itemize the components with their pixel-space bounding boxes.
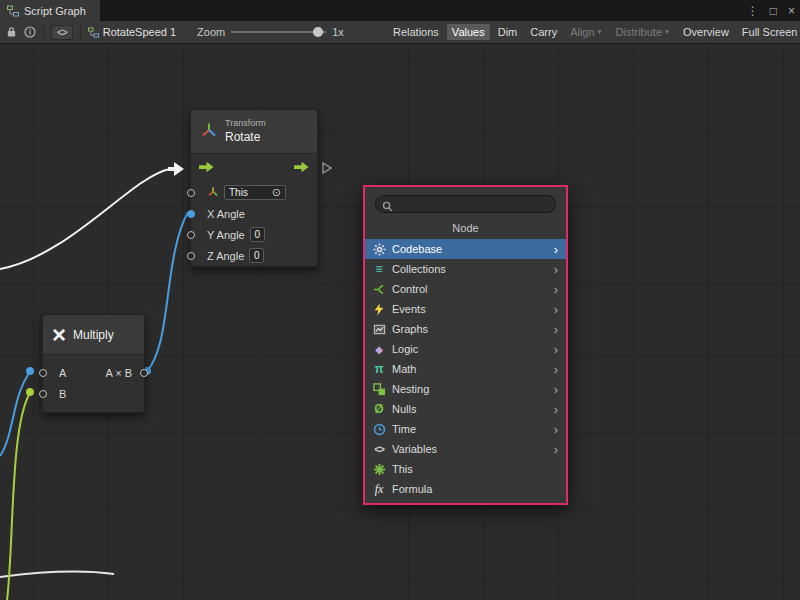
search-area bbox=[365, 187, 566, 218]
kebab-menu-icon[interactable]: ⋮ bbox=[747, 4, 759, 18]
node-name-label: Rotate bbox=[225, 130, 266, 145]
values-button[interactable]: Values bbox=[447, 24, 490, 40]
node-header[interactable]: × Multiply bbox=[43, 315, 144, 355]
finder-list: Codebase › ≡ Collections › Control › bbox=[365, 239, 566, 503]
multiply-icon: × bbox=[52, 325, 66, 345]
wire-endpoint bbox=[26, 367, 34, 375]
zoom-slider-knob[interactable] bbox=[313, 27, 323, 37]
b-label: B bbox=[59, 388, 66, 400]
zoom-label: Zoom bbox=[197, 26, 225, 38]
control-wire-arrow-icon bbox=[168, 162, 184, 176]
value-wire-multiply-to-xangle[interactable] bbox=[147, 212, 188, 371]
align-dropdown[interactable]: Align▼ bbox=[565, 24, 607, 40]
finder-item-math[interactable]: π Math › bbox=[365, 359, 566, 379]
zoom-slider-track[interactable] bbox=[231, 31, 326, 33]
graph-name: RotateSpeed 1 bbox=[103, 26, 176, 38]
tab-script-graph[interactable]: Script Graph bbox=[0, 0, 100, 21]
finder-item-control[interactable]: Control › bbox=[365, 279, 566, 299]
this-input-row: This ⊙ bbox=[191, 182, 317, 203]
y-angle-row: Y Angle 0 bbox=[191, 224, 317, 245]
diamond-icon: ◆ bbox=[371, 344, 387, 355]
value-wire-into-a[interactable] bbox=[0, 372, 30, 456]
flow-output-arrow-icon[interactable] bbox=[294, 161, 309, 175]
fullscreen-button[interactable]: Full Screen bbox=[737, 24, 800, 40]
carry-button[interactable]: Carry bbox=[525, 24, 562, 40]
z-angle-label: Z Angle bbox=[207, 250, 244, 262]
list-icon: ≡ bbox=[371, 262, 387, 276]
unity-visual-scripting-window: Script Graph ⋮ □ × <> bbox=[0, 0, 800, 600]
finder-item-logic[interactable]: ◆ Logic › bbox=[365, 339, 566, 359]
lightning-icon bbox=[371, 303, 387, 316]
a-port[interactable] bbox=[39, 369, 47, 377]
chevron-right-icon: › bbox=[554, 243, 561, 256]
control-wire[interactable] bbox=[0, 169, 170, 269]
dim-button[interactable]: Dim bbox=[493, 24, 523, 40]
node-name-label: Multiply bbox=[73, 328, 114, 342]
close-icon[interactable]: × bbox=[788, 4, 795, 18]
chevron-right-icon: › bbox=[554, 383, 561, 396]
chevron-right-icon: › bbox=[554, 423, 561, 436]
tab-label: Script Graph bbox=[24, 5, 86, 17]
null-icon: Ø bbox=[371, 402, 387, 416]
maximize-icon[interactable]: □ bbox=[770, 4, 777, 18]
code-view-button[interactable]: <> bbox=[51, 25, 73, 40]
chevron-right-icon: › bbox=[554, 443, 561, 456]
graph-box-icon bbox=[371, 323, 387, 336]
finder-item-events[interactable]: Events › bbox=[365, 299, 566, 319]
tab-bar: Script Graph ⋮ □ × bbox=[0, 0, 800, 21]
chevron-right-icon: › bbox=[554, 343, 561, 356]
toolbar-button-group: Relations Values Dim Carry Align▼ Distri… bbox=[388, 21, 800, 43]
result-port[interactable] bbox=[140, 369, 148, 377]
finder-item-time[interactable]: Time › bbox=[365, 419, 566, 439]
chevron-right-icon: › bbox=[554, 363, 561, 376]
x-angle-row: X Angle bbox=[191, 203, 317, 224]
this-object-field[interactable]: This ⊙ bbox=[224, 185, 286, 200]
finder-item-this[interactable]: This bbox=[365, 459, 566, 479]
chevron-down-icon: ▼ bbox=[597, 29, 603, 35]
finder-item-collections[interactable]: ≡ Collections › bbox=[365, 259, 566, 279]
transform-rotate-node[interactable]: Transform Rotate bbox=[190, 109, 318, 267]
flow-input-arrow-icon[interactable] bbox=[199, 161, 214, 175]
value-wire-into-b[interactable] bbox=[7, 393, 30, 600]
this-port[interactable] bbox=[187, 189, 195, 197]
chevron-right-icon: › bbox=[554, 303, 561, 316]
z-angle-value-field[interactable]: 0 bbox=[249, 248, 264, 263]
finder-header: Node bbox=[365, 218, 566, 239]
z-angle-port[interactable] bbox=[187, 252, 195, 260]
finder-item-variables[interactable]: <> Variables › bbox=[365, 439, 566, 459]
control-wire-bottom[interactable] bbox=[0, 572, 114, 577]
multiply-node[interactable]: × Multiply A A × B B bbox=[42, 314, 145, 413]
object-picker-icon[interactable]: ⊙ bbox=[272, 187, 281, 198]
graph-toolbar: <> RotateSpeed 1 Zoom 1x Relations Value… bbox=[0, 21, 800, 44]
finder-item-nulls[interactable]: Ø Nulls › bbox=[365, 399, 566, 419]
transform-mini-icon bbox=[207, 186, 219, 200]
node-header[interactable]: Transform Rotate bbox=[191, 110, 317, 154]
zoom-slider[interactable] bbox=[231, 26, 326, 38]
x-angle-port[interactable] bbox=[187, 210, 195, 218]
finder-item-graphs[interactable]: Graphs › bbox=[365, 319, 566, 339]
y-angle-value-field[interactable]: 0 bbox=[250, 227, 265, 242]
search-input[interactable] bbox=[375, 195, 556, 213]
distribute-dropdown[interactable]: Distribute▼ bbox=[611, 24, 675, 40]
overview-button[interactable]: Overview bbox=[678, 24, 734, 40]
a-label: A bbox=[59, 367, 66, 379]
info-icon[interactable] bbox=[24, 26, 36, 38]
finder-item-codebase[interactable]: Codebase › bbox=[365, 239, 566, 259]
flow-continuation-icon bbox=[322, 162, 332, 176]
relations-button[interactable]: Relations bbox=[388, 24, 444, 40]
toolbar-separator bbox=[80, 25, 81, 40]
b-port[interactable] bbox=[39, 390, 47, 398]
y-angle-port[interactable] bbox=[187, 231, 195, 239]
star-icon bbox=[371, 463, 387, 476]
clock-icon bbox=[371, 423, 387, 436]
finder-item-nesting[interactable]: Nesting › bbox=[365, 379, 566, 399]
lock-icon[interactable] bbox=[6, 26, 17, 38]
chevron-right-icon: › bbox=[554, 263, 561, 276]
window-controls: ⋮ □ × bbox=[747, 0, 795, 21]
finder-item-formula[interactable]: fx Formula bbox=[365, 479, 566, 499]
search-icon bbox=[382, 198, 393, 216]
graph-breadcrumb[interactable]: RotateSpeed 1 bbox=[88, 26, 176, 38]
input-b-row: B bbox=[43, 383, 144, 404]
z-angle-row: Z Angle 0 bbox=[191, 245, 317, 266]
fuzzy-finder-popup: Node Codebase › bbox=[363, 185, 568, 505]
